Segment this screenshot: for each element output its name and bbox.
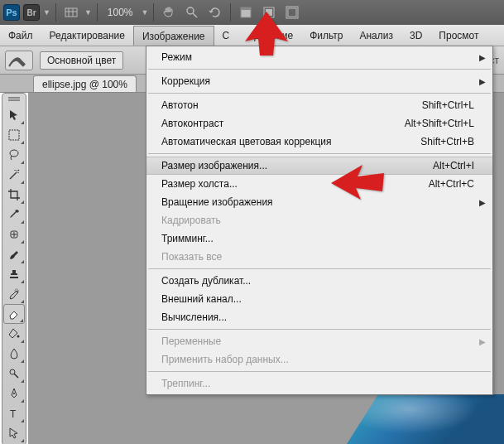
- fill-mode-label: Основной цвет: [47, 55, 116, 66]
- menu-filter[interactable]: Фильтр: [301, 25, 351, 46]
- eraser-tool-icon[interactable]: [3, 304, 25, 324]
- svg-point-4: [187, 7, 194, 14]
- menu-view-partial[interactable]: Просмот: [430, 25, 478, 46]
- menu-item-canvas-size[interactable]: Размер холста... Alt+Ctrl+C: [146, 175, 492, 193]
- chevron-down-icon[interactable]: ▼: [84, 8, 92, 17]
- rotate-view-icon[interactable]: [205, 3, 225, 22]
- menu-item-calculations[interactable]: Вычисления...: [146, 308, 492, 326]
- menu-item-shortcut: Alt+Ctrl+I: [433, 160, 474, 171]
- menu-item-autocolor[interactable]: Автоматическая цветовая коррекция Shift+…: [146, 133, 492, 151]
- wand-tool-icon[interactable]: [3, 165, 25, 185]
- menu-item-label: Кадрировать: [161, 215, 221, 226]
- menu-item-label: Вычисления...: [161, 311, 227, 323]
- path-select-icon[interactable]: [3, 423, 25, 443]
- submenu-arrow-icon: ▶: [479, 198, 486, 207]
- menu-item-label: Автоматическая цветовая коррекция: [161, 136, 332, 147]
- menu-item-label: Применить набор данных...: [161, 354, 289, 365]
- menu-edit[interactable]: Редактирование: [41, 25, 133, 46]
- pen-tool-icon[interactable]: [3, 384, 25, 403]
- svg-point-21: [13, 393, 15, 394]
- ps-logo-icon[interactable]: Ps: [3, 4, 20, 21]
- lasso-tool-icon[interactable]: [3, 145, 25, 165]
- menu-separator: [148, 329, 491, 330]
- menu-item-label: Треппинг...: [161, 378, 210, 389]
- menu-item-apply-image[interactable]: Внешний канал...: [146, 290, 492, 308]
- annotation-arrow-top: [242, 10, 291, 62]
- menu-item-shortcut: Shift+Ctrl+B: [420, 136, 474, 147]
- menu-separator: [148, 371, 491, 372]
- menu-item-autocontrast[interactable]: Автоконтраст Alt+Shift+Ctrl+L: [146, 114, 492, 133]
- menu-item-label: Создать дубликат...: [161, 275, 251, 287]
- canvas-content: [347, 394, 504, 444]
- menu-item-apply-data: Применить набор данных...: [146, 350, 492, 369]
- svg-point-13: [10, 150, 18, 157]
- menu-item-autotone[interactable]: Автотон Shift+Ctrl+L: [146, 96, 492, 114]
- menu-item-shortcut: Shift+Ctrl+L: [422, 99, 474, 111]
- hand-tool-icon[interactable]: [159, 3, 179, 22]
- eyedropper-tool-icon[interactable]: [3, 205, 25, 224]
- menu-item-label: Размер изображения...: [161, 160, 267, 171]
- menu-separator: [148, 69, 491, 70]
- history-brush-icon[interactable]: [3, 284, 25, 304]
- document-tab-title: ellipse.jpg @ 100%: [42, 79, 127, 90]
- heal-tool-icon[interactable]: [3, 224, 25, 244]
- menu-item-label: Внешний канал...: [161, 293, 242, 305]
- marquee-tool-icon[interactable]: [3, 125, 25, 145]
- chevron-down-icon[interactable]: ▼: [142, 8, 149, 17]
- type-tool-icon[interactable]: T: [3, 403, 25, 423]
- menu-image[interactable]: Изображение: [133, 26, 214, 46]
- menu-item-variables: Переменные ▶: [146, 332, 492, 350]
- menu-item-shortcut: Alt+Shift+Ctrl+L: [405, 118, 474, 129]
- menu-item-label: Автоконтраст: [161, 118, 223, 129]
- menu-analysis[interactable]: Анализ: [351, 25, 401, 46]
- palette-grip-icon[interactable]: [6, 97, 22, 102]
- menu-separator: [148, 93, 491, 94]
- menu-item-label: Показать все: [161, 251, 222, 263]
- chevron-down-icon[interactable]: ▼: [43, 8, 50, 17]
- blur-tool-icon[interactable]: [3, 344, 25, 364]
- svg-text:T: T: [10, 408, 17, 420]
- svg-point-18: [17, 335, 20, 338]
- menu-item-crop: Кадрировать: [146, 211, 492, 229]
- bridge-logo-icon[interactable]: Br: [23, 4, 40, 21]
- svg-rect-12: [9, 130, 19, 140]
- menu-item-label: Вращение изображения: [161, 196, 273, 208]
- menu-item-correction[interactable]: Коррекция ▶: [146, 72, 492, 90]
- menu-item-label: Автотон: [161, 99, 199, 111]
- zoom-level[interactable]: 100%: [103, 7, 138, 18]
- svg-rect-0: [65, 8, 77, 17]
- svg-line-20: [14, 374, 18, 378]
- menu-separator: [148, 153, 491, 154]
- menu-item-trim[interactable]: Тримминг...: [146, 229, 492, 248]
- menu-layer-partial[interactable]: С: [214, 25, 232, 46]
- menu-item-reveal-all: Показать все: [146, 248, 492, 266]
- current-tool-icon[interactable]: [5, 51, 33, 70]
- brush-tool-icon[interactable]: [3, 244, 25, 264]
- menu-item-rotate[interactable]: Вращение изображения ▶: [146, 193, 492, 211]
- crop-tool-icon[interactable]: [3, 185, 25, 205]
- menu-item-trap: Треппинг...: [146, 374, 492, 393]
- frames-icon[interactable]: [61, 3, 81, 22]
- submenu-arrow-icon: ▶: [479, 337, 486, 346]
- annotation-arrow-menu: [329, 162, 386, 205]
- submenu-arrow-icon: ▶: [479, 77, 486, 86]
- fill-mode-dropdown[interactable]: Основной цвет: [40, 51, 123, 70]
- zoom-tool-icon[interactable]: [182, 3, 202, 22]
- submenu-arrow-icon: ▶: [479, 53, 486, 62]
- move-tool-icon[interactable]: [3, 105, 25, 125]
- menu-item-mode[interactable]: Режим ▶: [146, 48, 492, 66]
- bucket-tool-icon[interactable]: [3, 324, 25, 344]
- menu-item-label: Режим: [161, 51, 192, 63]
- dodge-tool-icon[interactable]: [3, 364, 25, 384]
- menu-separator: [148, 268, 491, 269]
- menu-item-label: Тримминг...: [161, 233, 214, 244]
- menu-item-duplicate[interactable]: Создать дубликат...: [146, 272, 492, 290]
- document-tab[interactable]: ellipse.jpg @ 100%: [33, 75, 137, 92]
- image-menu-dropdown: Режим ▶ Коррекция ▶ Автотон Shift+Ctrl+L…: [146, 46, 493, 395]
- menu-item-image-size[interactable]: Размер изображения... Alt+Ctrl+I: [146, 157, 492, 175]
- tool-palette: T: [2, 93, 26, 444]
- menu-file[interactable]: Файл: [0, 25, 41, 46]
- stamp-tool-icon[interactable]: [3, 264, 25, 284]
- menu-item-label: Коррекция: [161, 75, 210, 87]
- menu-3d[interactable]: 3D: [401, 25, 430, 46]
